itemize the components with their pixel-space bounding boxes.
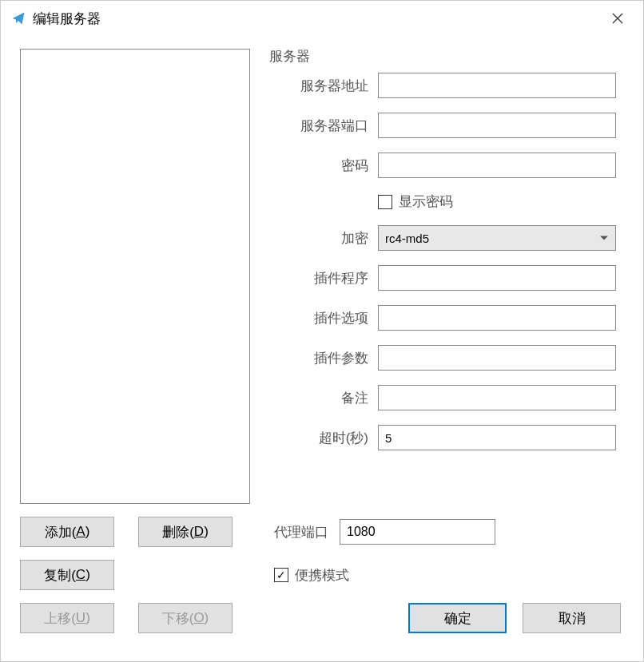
plugin-program-label: 插件程序 [274, 269, 378, 287]
ok-button[interactable]: 确定 [408, 603, 507, 633]
portable-mode-checkbox[interactable]: ✓ [274, 568, 288, 582]
moveup-button: 上移(U) [20, 603, 114, 633]
window-title: 编辑服务器 [33, 10, 602, 28]
portable-mode-label: 便携模式 [295, 566, 349, 585]
plugin-options-input[interactable] [378, 305, 616, 331]
server-port-label: 服务器端口 [274, 117, 378, 135]
plugin-args-label: 插件参数 [274, 349, 378, 367]
server-port-input[interactable] [378, 113, 616, 138]
timeout-label: 超时(秒) [274, 429, 378, 447]
password-input[interactable] [378, 153, 616, 178]
left-column [20, 49, 250, 504]
timeout-input[interactable] [378, 425, 616, 450]
fieldset-legend: 服务器 [266, 47, 313, 65]
server-address-input[interactable] [378, 73, 616, 98]
plugin-options-label: 插件选项 [274, 309, 378, 327]
server-fieldset: 服务器 服务器地址 服务器端口 密码 显示密码 [266, 49, 624, 473]
close-button[interactable] [602, 2, 634, 34]
remark-label: 备注 [274, 389, 378, 407]
remark-input[interactable] [378, 385, 616, 410]
right-column: 服务器 服务器地址 服务器端口 密码 显示密码 [266, 49, 624, 504]
delete-button[interactable]: 删除(D) [138, 517, 233, 547]
proxy-port-label: 代理端口 [274, 523, 328, 541]
add-button[interactable]: 添加(A) [20, 517, 114, 547]
app-icon [10, 10, 26, 26]
close-icon [612, 13, 623, 24]
show-password-checkbox[interactable] [378, 195, 392, 209]
cancel-button[interactable]: 取消 [523, 603, 621, 633]
plugin-program-input[interactable] [378, 265, 616, 291]
content-area: 服务器 服务器地址 服务器端口 密码 显示密码 [1, 36, 643, 504]
copy-button[interactable]: 复制(C) [20, 560, 114, 590]
plugin-args-input[interactable] [378, 345, 616, 371]
server-address-label: 服务器地址 [274, 77, 378, 95]
proxy-port-input[interactable] [340, 519, 495, 545]
titlebar: 编辑服务器 [1, 1, 643, 36]
edit-server-window: 编辑服务器 服务器 服务器地址 服务器端口 密码 [0, 0, 644, 662]
encryption-select[interactable]: rc4-md5 [378, 225, 616, 251]
server-listbox[interactable] [20, 49, 250, 504]
movedown-button: 下移(O) [138, 603, 233, 633]
show-password-label: 显示密码 [399, 192, 453, 211]
bottom-area: 添加(A) 删除(D) 代理端口 复制(C) ✓ 便携模式 [1, 504, 643, 633]
encryption-label: 加密 [274, 229, 378, 248]
password-label: 密码 [274, 157, 378, 175]
